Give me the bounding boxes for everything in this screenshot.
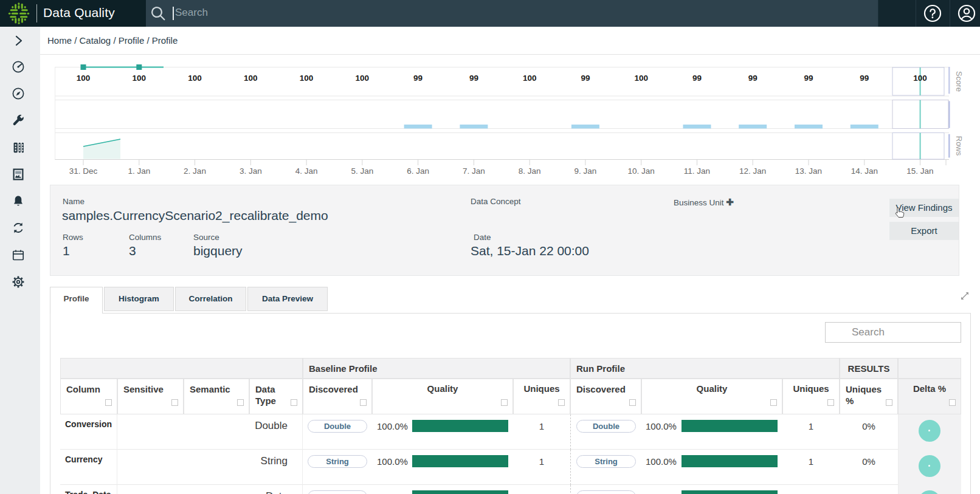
svg-text:31. Dec: 31. Dec [69,166,98,176]
svg-text:2. Jan: 2. Jan [184,166,206,176]
svg-text:15. Jan: 15. Jan [906,166,933,176]
svg-text:99: 99 [860,74,869,83]
svg-text:1. Jan: 1. Jan [128,166,150,176]
svg-text:6. Jan: 6. Jan [407,166,429,176]
svg-text:Rows: Rows [954,136,964,156]
svg-text:8. Jan: 8. Jan [519,166,541,176]
svg-text:100: 100 [77,74,91,83]
svg-text:100: 100 [523,74,537,83]
svg-text:14. Jan: 14. Jan [851,166,878,176]
svg-text:100: 100 [244,74,258,83]
svg-text:99: 99 [469,74,478,83]
svg-text:Score: Score [954,71,964,92]
svg-text:99: 99 [692,74,702,83]
svg-text:11. Jan: 11. Jan [684,166,710,176]
svg-text:5. Jan: 5. Jan [351,166,373,176]
svg-text:100: 100 [913,74,927,83]
svg-text:100: 100 [356,74,370,83]
svg-text:12. Jan: 12. Jan [739,166,766,176]
svg-text:100: 100 [188,74,202,83]
svg-text:99: 99 [748,74,757,83]
svg-text:99: 99 [581,74,590,83]
svg-text:99: 99 [804,74,813,83]
svg-text:4. Jan: 4. Jan [295,166,318,176]
svg-text:100: 100 [634,74,648,83]
svg-text:7. Jan: 7. Jan [463,166,485,176]
svg-text:100: 100 [133,74,147,83]
svg-text:3. Jan: 3. Jan [240,166,262,176]
svg-text:13. Jan: 13. Jan [795,166,822,176]
svg-text:9. Jan: 9. Jan [575,166,597,176]
svg-text:100: 100 [300,74,314,83]
svg-text:99: 99 [413,74,423,83]
svg-text:10. Jan: 10. Jan [628,166,655,176]
